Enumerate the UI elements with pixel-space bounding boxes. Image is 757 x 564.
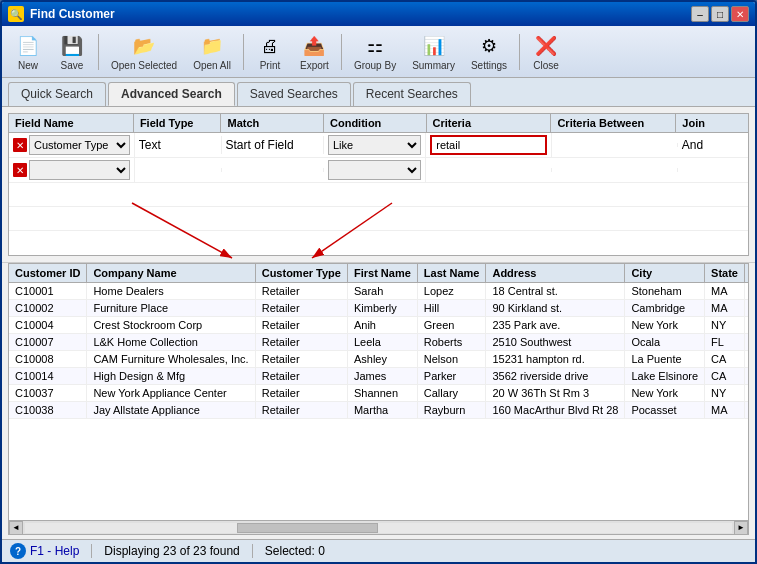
help-link[interactable]: ? F1 - Help	[10, 543, 79, 559]
results-tbody: C10001Home DealersRetailerSarahLopez18 C…	[9, 283, 748, 419]
status-separator	[91, 544, 92, 558]
table-row[interactable]: C10001Home DealersRetailerSarahLopez18 C…	[9, 283, 748, 300]
table-cell: High Design & Mfg	[87, 368, 255, 385]
table-cell: Retailer	[255, 300, 347, 317]
open-selected-label: Open Selected	[111, 60, 177, 71]
table-row[interactable]: C10014High Design & MfgRetailerJamesPark…	[9, 368, 748, 385]
table-cell: NY	[705, 385, 745, 402]
results-section: Customer ID Company Name Customer Type F…	[8, 263, 749, 535]
scroll-left-button[interactable]: ◄	[9, 521, 23, 535]
table-cell: Lopez	[417, 283, 486, 300]
toolbar: 📄 New 💾 Save 📂 Open Selected 📁 Open All …	[2, 26, 755, 78]
col-state: State	[705, 264, 745, 283]
table-cell: C10014	[9, 368, 87, 385]
print-icon: 🖨	[256, 32, 284, 60]
filter-cell-criteria-1	[426, 133, 552, 157]
scroll-track[interactable]	[25, 523, 732, 533]
join-value-1: And	[682, 138, 703, 152]
table-cell: 160 MacArthur Blvd Rt 28	[486, 402, 625, 419]
delete-row-1-button[interactable]: ✕	[13, 138, 27, 152]
filter-cell-field-name-2: ✕	[9, 158, 135, 182]
open-all-button[interactable]: 📁 Open All	[187, 30, 237, 73]
scroll-thumb[interactable]	[237, 523, 378, 533]
tab-recent-searches[interactable]: Recent Searches	[353, 82, 471, 106]
delete-row-2-button[interactable]: ✕	[13, 163, 27, 177]
table-cell: CA	[705, 351, 745, 368]
table-cell: Home Dealers	[87, 283, 255, 300]
condition-select-2[interactable]	[328, 160, 421, 180]
table-cell: (212)	[744, 317, 748, 334]
table-cell: Retailer	[255, 334, 347, 351]
table-cell: Callary	[417, 385, 486, 402]
displaying-label: Displaying 23 of 23 found	[104, 544, 239, 558]
table-cell: Retailer	[255, 283, 347, 300]
table-cell: 18 Central st.	[486, 283, 625, 300]
match-value-1: Start of Field	[226, 138, 294, 152]
export-button[interactable]: 📤 Export	[294, 30, 335, 73]
toolbar-separator-1	[98, 34, 99, 70]
table-cell: Pocasset	[625, 402, 705, 419]
table-row[interactable]: C10004Crest Stockroom CorpRetailerAnihGr…	[9, 317, 748, 334]
window-icon: 🔍	[8, 6, 24, 22]
title-bar-buttons: – □ ✕	[691, 6, 749, 22]
scroll-right-button[interactable]: ►	[734, 521, 748, 535]
table-cell: C10001	[9, 283, 87, 300]
table-cell: Green	[417, 317, 486, 334]
tab-advanced-search[interactable]: Advanced Search	[108, 82, 235, 106]
table-row[interactable]: C10008CAM Furniture Wholesales, Inc.Reta…	[9, 351, 748, 368]
toolbar-separator-4	[519, 34, 520, 70]
table-cell: (508)	[744, 402, 748, 419]
table-cell: Retailer	[255, 351, 347, 368]
tab-quick-search[interactable]: Quick Search	[8, 82, 106, 106]
table-cell: 20 W 36Th St Rm 3	[486, 385, 625, 402]
results-scroll[interactable]: Customer ID Company Name Customer Type F…	[9, 264, 748, 520]
col-customer-id: Customer ID	[9, 264, 87, 283]
table-row[interactable]: C10037New York Appliance CenterRetailerS…	[9, 385, 748, 402]
settings-button[interactable]: ⚙ Settings	[465, 30, 513, 73]
col-header-criteria: Criteria	[427, 114, 552, 132]
table-cell: MA	[705, 300, 745, 317]
table-cell: New York Appliance Center	[87, 385, 255, 402]
toolbar-separator-2	[243, 34, 244, 70]
tab-saved-searches[interactable]: Saved Searches	[237, 82, 351, 106]
criteria-input-1[interactable]	[430, 135, 547, 155]
table-row[interactable]: C10038Jay Allstate ApplianceRetailerMart…	[9, 402, 748, 419]
open-selected-button[interactable]: 📂 Open Selected	[105, 30, 183, 73]
content-area: Field Name Field Type Match Condition Cr…	[2, 107, 755, 562]
close-label: Close	[533, 60, 559, 71]
table-cell: Jay Allstate Appliance	[87, 402, 255, 419]
new-button[interactable]: 📄 New	[8, 30, 48, 73]
filter-cell-criteria-2	[426, 168, 552, 172]
settings-label: Settings	[471, 60, 507, 71]
horizontal-scrollbar[interactable]: ◄ ►	[9, 520, 748, 534]
open-all-icon: 📁	[198, 32, 226, 60]
table-cell: Shannen	[347, 385, 417, 402]
open-selected-icon: 📂	[130, 32, 158, 60]
table-row[interactable]: C10002Furniture PlaceRetailerKimberlyHil…	[9, 300, 748, 317]
status-bar: ? F1 - Help Displaying 23 of 23 found Se…	[2, 539, 755, 562]
summary-button[interactable]: 📊 Summary	[406, 30, 461, 73]
table-cell: Ocala	[625, 334, 705, 351]
group-by-button[interactable]: ⚏ Group By	[348, 30, 402, 73]
table-cell: C10007	[9, 334, 87, 351]
col-address: Address	[486, 264, 625, 283]
close-window-button[interactable]: ✕	[731, 6, 749, 22]
maximize-button[interactable]: □	[711, 6, 729, 22]
table-row[interactable]: C10007L&K Home CollectionRetailerLeelaRo…	[9, 334, 748, 351]
save-button[interactable]: 💾 Save	[52, 30, 92, 73]
field-name-select-2[interactable]	[29, 160, 130, 180]
minimize-button[interactable]: –	[691, 6, 709, 22]
table-cell: MA	[705, 283, 745, 300]
close-button[interactable]: ❌ Close	[526, 30, 566, 73]
col-header-field-type: Field Type	[134, 114, 222, 132]
table-cell: (617)	[744, 300, 748, 317]
table-cell: Roberts	[417, 334, 486, 351]
filter-rows: ✕ Customer Type Text Start of Field Like	[8, 132, 749, 256]
table-cell: FL	[705, 334, 745, 351]
field-name-select-1[interactable]: Customer Type	[29, 135, 130, 155]
table-cell: James	[347, 368, 417, 385]
condition-select-1[interactable]: Like Equals Contains	[328, 135, 421, 155]
print-button[interactable]: 🖨 Print	[250, 30, 290, 73]
table-cell: 235 Park ave.	[486, 317, 625, 334]
table-cell: 15231 hampton rd.	[486, 351, 625, 368]
